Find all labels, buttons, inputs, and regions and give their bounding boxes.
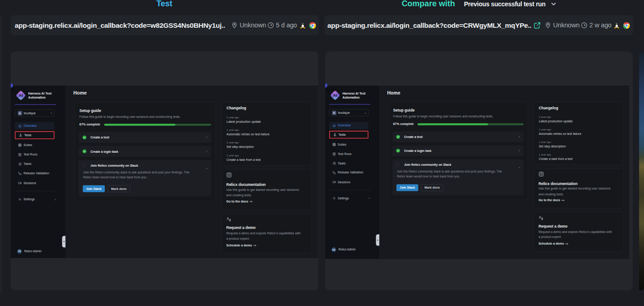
svg-text:AI: AI [333,93,338,98]
svg-text:AI: AI [19,93,23,98]
